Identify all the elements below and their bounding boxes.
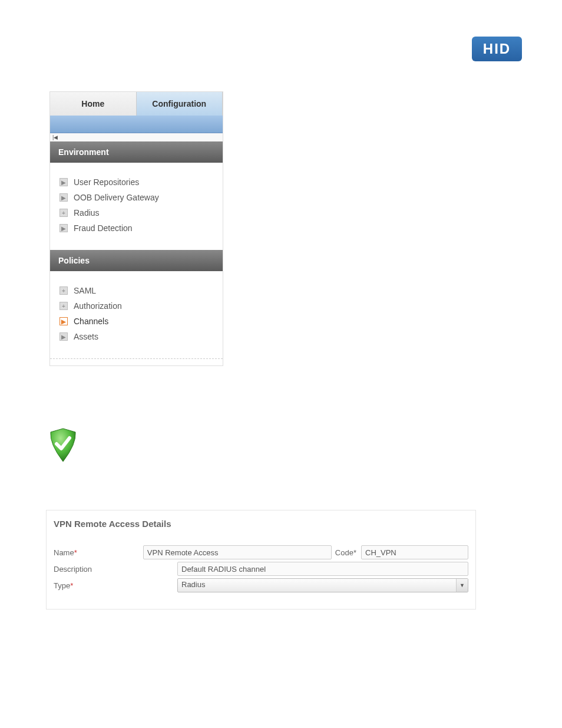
nav-item-user-repositories[interactable]: ▶ User Repositories	[58, 174, 214, 190]
collapse-marker[interactable]: |◀	[50, 133, 223, 141]
nav-label: OOB Delivery Gateway	[74, 193, 159, 202]
type-select-wrap: Radius ▼	[177, 578, 468, 592]
nav-item-saml[interactable]: + SAML	[58, 283, 214, 298]
sidebar-panel: Home Configuration |◀ Environment ▶ User…	[49, 91, 223, 366]
nav-label: Authorization	[74, 301, 122, 311]
nav-label: Fraud Detection	[74, 223, 133, 233]
tab-configuration[interactable]: Configuration	[137, 92, 223, 116]
description-label: Description	[54, 565, 177, 574]
nav-label: SAML	[74, 286, 96, 295]
vpn-details-panel: VPN Remote Access Details Name* Code* De…	[46, 510, 476, 610]
arrow-icon: ▶	[59, 332, 68, 341]
nav-item-fraud-detection[interactable]: ▶ Fraud Detection	[58, 220, 214, 236]
details-title: VPN Remote Access Details	[54, 519, 468, 529]
nav-item-oob-delivery-gateway[interactable]: ▶ OOB Delivery Gateway	[58, 190, 214, 205]
section-header-environment: Environment	[50, 141, 223, 163]
plus-icon: +	[59, 209, 68, 217]
description-input[interactable]	[177, 562, 468, 576]
type-label: Type*	[54, 581, 177, 590]
arrow-icon: ▶	[59, 193, 68, 202]
code-label: Code*	[335, 548, 356, 557]
name-label: Name*	[54, 548, 143, 557]
nav-item-channels[interactable]: ▶ Channels	[58, 314, 214, 329]
arrow-icon: ▶	[59, 178, 68, 186]
form-row-name: Name* Code*	[54, 545, 468, 559]
arrow-icon: ▶	[59, 224, 68, 232]
form-row-type: Type* Radius ▼	[54, 578, 468, 592]
hid-logo: HID	[472, 37, 522, 61]
torn-edge	[50, 358, 223, 365]
section-body-policies: + SAML + Authorization ▶ Channels ▶ Asse…	[50, 271, 223, 358]
tab-home[interactable]: Home	[50, 92, 137, 116]
nav-label: Assets	[74, 332, 98, 341]
type-select[interactable]: Radius	[177, 578, 468, 592]
nav-label: User Repositories	[74, 177, 139, 187]
nav-label: Channels	[74, 317, 108, 326]
arrow-orange-icon: ▶	[59, 317, 68, 325]
section-body-environment: ▶ User Repositories ▶ OOB Delivery Gatew…	[50, 163, 223, 250]
tabs-sub-bar	[50, 116, 223, 133]
nav-label: Radius	[74, 208, 100, 218]
plus-icon: +	[59, 286, 68, 295]
section-header-policies: Policies	[50, 250, 223, 271]
form-row-description: Description	[54, 562, 468, 576]
nav-item-radius[interactable]: + Radius	[58, 205, 214, 220]
nav-item-authorization[interactable]: + Authorization	[58, 298, 214, 314]
code-input[interactable]	[361, 545, 468, 559]
tabs-row: Home Configuration	[50, 92, 223, 116]
nav-item-assets[interactable]: ▶ Assets	[58, 329, 214, 344]
name-input[interactable]	[143, 545, 332, 559]
plus-icon: +	[59, 302, 68, 310]
shield-check-icon	[46, 427, 80, 466]
